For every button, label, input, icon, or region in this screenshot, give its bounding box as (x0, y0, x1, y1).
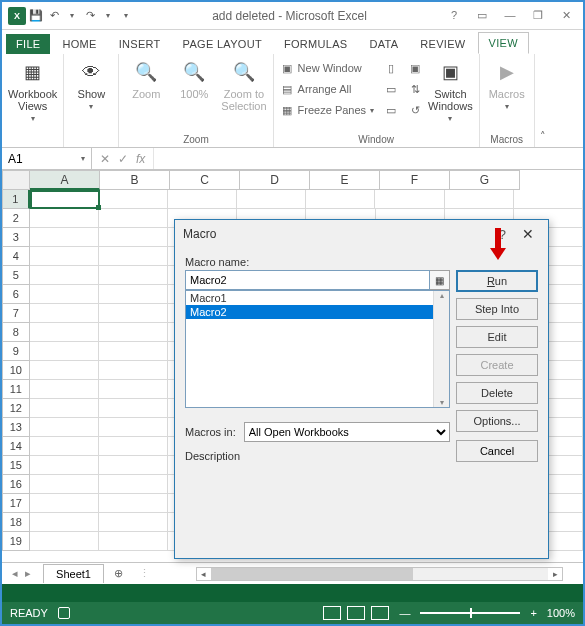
tab-data[interactable]: DATA (359, 34, 408, 54)
formula-input[interactable] (154, 148, 583, 169)
row-header[interactable]: 17 (2, 494, 30, 513)
cell[interactable] (99, 266, 168, 285)
qat-customize-icon[interactable]: ▾ (118, 8, 134, 24)
cell[interactable] (30, 361, 99, 380)
cell[interactable] (99, 228, 168, 247)
reset-pos-button[interactable]: ↺ (408, 100, 422, 120)
restore-icon[interactable]: ❐ (529, 9, 547, 22)
range-picker-icon[interactable]: ▦ (430, 270, 450, 290)
cell[interactable] (30, 209, 99, 228)
workbook-views-button[interactable]: ▦ WorkbookViews ▾ (8, 58, 57, 123)
normal-view-icon[interactable] (323, 606, 341, 620)
page-break-view-icon[interactable] (371, 606, 389, 620)
zoom-out-icon[interactable]: — (399, 607, 410, 619)
redo-dropdown-icon[interactable]: ▾ (100, 8, 116, 24)
cell[interactable] (99, 532, 168, 551)
list-item[interactable]: Macro2 (186, 305, 449, 319)
split-button[interactable]: ▯ (384, 58, 398, 78)
col-header[interactable]: D (240, 170, 310, 190)
col-header[interactable]: B (100, 170, 170, 190)
macro-listbox[interactable]: Macro1 Macro2 (185, 290, 450, 408)
cell[interactable] (30, 285, 99, 304)
fx-icon[interactable]: fx (136, 152, 145, 166)
listbox-scrollbar[interactable] (433, 291, 449, 407)
cancel-button[interactable]: Cancel (456, 440, 538, 462)
tab-view[interactable]: VIEW (478, 32, 529, 54)
cell[interactable] (30, 323, 99, 342)
run-button[interactable]: Run (456, 270, 538, 292)
cell[interactable] (99, 380, 168, 399)
options-button[interactable]: Options... (456, 410, 538, 432)
cell[interactable] (30, 456, 99, 475)
cell[interactable] (99, 285, 168, 304)
save-icon[interactable]: 💾 (28, 8, 44, 24)
row-header[interactable]: 7 (2, 304, 30, 323)
add-sheet-icon[interactable]: ⊕ (104, 567, 133, 580)
dialog-titlebar[interactable]: Macro ? ✕ (175, 220, 548, 248)
macro-record-icon[interactable] (58, 607, 70, 619)
cell[interactable] (99, 209, 168, 228)
cell[interactable] (30, 513, 99, 532)
cell[interactable] (99, 190, 168, 209)
help-icon[interactable]: ? (445, 9, 463, 22)
new-window-button[interactable]: ▣New Window (280, 58, 374, 78)
switch-windows-button[interactable]: ▣ SwitchWindows ▾ (428, 58, 473, 123)
redo-icon[interactable]: ↷ (82, 8, 98, 24)
zoom-100-button[interactable]: 🔍 100% (173, 58, 215, 100)
scrollbar-thumb[interactable] (211, 568, 413, 580)
cell[interactable] (99, 456, 168, 475)
row-header[interactable]: 2 (2, 209, 30, 228)
cell[interactable] (30, 190, 99, 209)
arrange-all-button[interactable]: ▤Arrange All (280, 79, 374, 99)
minimize-icon[interactable]: — (501, 9, 519, 22)
col-header[interactable]: F (380, 170, 450, 190)
row-header[interactable]: 1 (2, 190, 30, 209)
step-into-button[interactable]: Step Into (456, 298, 538, 320)
cell[interactable] (168, 190, 237, 209)
select-all-corner[interactable] (2, 170, 30, 190)
tab-file[interactable]: FILE (6, 34, 50, 54)
view-side-button[interactable]: ▣ (408, 58, 422, 78)
cell[interactable] (30, 380, 99, 399)
cell[interactable] (99, 475, 168, 494)
cell[interactable] (30, 418, 99, 437)
name-box[interactable]: A1 ▾ (2, 148, 92, 169)
undo-dropdown-icon[interactable]: ▾ (64, 8, 80, 24)
cell[interactable] (30, 266, 99, 285)
row-header[interactable]: 12 (2, 399, 30, 418)
cell[interactable] (306, 190, 375, 209)
page-layout-view-icon[interactable] (347, 606, 365, 620)
edit-button[interactable]: Edit (456, 326, 538, 348)
macro-name-input[interactable] (185, 270, 430, 290)
row-header[interactable]: 16 (2, 475, 30, 494)
row-header[interactable]: 14 (2, 437, 30, 456)
view-mode-icons[interactable] (323, 606, 389, 620)
hide-button[interactable]: ▭ (384, 79, 398, 99)
tab-insert[interactable]: INSERT (109, 34, 171, 54)
row-header[interactable]: 13 (2, 418, 30, 437)
col-header[interactable]: A (30, 170, 100, 190)
cell[interactable] (30, 247, 99, 266)
enter-formula-icon[interactable]: ✓ (118, 152, 128, 166)
zoom-level[interactable]: 100% (547, 607, 575, 619)
cell[interactable] (99, 247, 168, 266)
freeze-panes-button[interactable]: ▦Freeze Panes▾ (280, 100, 374, 120)
cell[interactable] (375, 190, 444, 209)
cell[interactable] (99, 342, 168, 361)
tab-home[interactable]: HOME (52, 34, 106, 54)
col-header[interactable]: G (450, 170, 520, 190)
cell[interactable] (514, 190, 583, 209)
cell[interactable] (30, 304, 99, 323)
cell[interactable] (30, 399, 99, 418)
show-button[interactable]: 👁 Show ▾ (70, 58, 112, 111)
row-header[interactable]: 9 (2, 342, 30, 361)
tab-formulas[interactable]: FORMULAS (274, 34, 358, 54)
cell[interactable] (445, 190, 514, 209)
scroll-left-icon[interactable]: ◂ (197, 569, 211, 579)
row-header[interactable]: 3 (2, 228, 30, 247)
cell[interactable] (30, 494, 99, 513)
tab-review[interactable]: REVIEW (410, 34, 475, 54)
cell[interactable] (30, 437, 99, 456)
list-item[interactable]: Macro1 (186, 291, 449, 305)
dialog-close-icon[interactable]: ✕ (516, 226, 540, 242)
